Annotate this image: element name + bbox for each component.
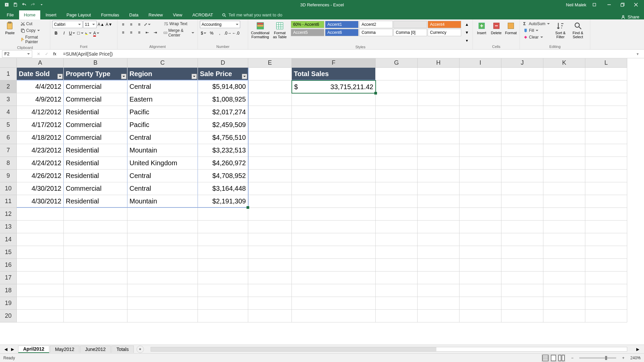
orientation-icon[interactable]: ⤢ [144,21,151,28]
filter-dropdown-icon[interactable] [57,74,63,79]
row-header-20[interactable]: 20 [0,310,17,322]
align-middle-icon[interactable]: ≡ [127,21,135,28]
row-header-10[interactable]: 10 [0,182,17,195]
cell[interactable] [127,208,198,221]
cell[interactable] [460,157,501,170]
cell[interactable] [248,272,292,284]
cell[interactable] [248,221,292,233]
cell[interactable] [460,233,501,246]
insert-function-icon[interactable]: fx [51,50,58,58]
scroll-right-icon[interactable]: ▶ [634,346,641,353]
table-header[interactable]: Date Sold [17,68,64,80]
cell[interactable] [543,93,585,106]
cell[interactable] [460,119,501,131]
shrink-font-icon[interactable]: A▼ [105,21,113,28]
cell[interactable] [127,310,198,322]
cell[interactable] [248,131,292,144]
border-icon[interactable] [76,29,84,37]
table-cell[interactable]: 4/30/2012 [17,182,64,195]
cell[interactable] [585,144,627,157]
cell[interactable] [248,233,292,246]
cell[interactable] [585,297,627,310]
horizontal-scrollbar[interactable] [151,347,627,352]
cell-style-accent4[interactable]: Accent4 [428,21,461,28]
cell[interactable] [418,246,460,259]
cell[interactable] [460,297,501,310]
cell[interactable] [501,119,543,131]
page-layout-view-icon[interactable] [550,354,557,362]
table-cell[interactable]: $3,164,448 [198,182,248,195]
table-cell[interactable]: $5,914,800 [198,80,248,93]
table-cell[interactable]: 4/12/2012 [17,106,64,119]
cell[interactable] [127,259,198,272]
cell[interactable] [376,284,418,297]
cell[interactable] [292,310,376,322]
cell[interactable] [292,106,376,119]
table-cell[interactable]: $4,708,952 [198,170,248,182]
cell[interactable] [64,246,127,259]
cell[interactable] [585,208,627,221]
cell[interactable] [17,297,64,310]
fill-color-icon[interactable] [85,29,92,37]
table-cell[interactable]: $2,191,309 [198,195,248,208]
row-header-12[interactable]: 12 [0,208,17,221]
cell[interactable] [292,93,376,106]
column-header-E[interactable]: E [248,58,292,68]
cell[interactable] [64,208,127,221]
cell[interactable] [543,182,585,195]
cell[interactable] [501,182,543,195]
cell[interactable] [248,259,292,272]
zoom-in-icon[interactable]: + [620,354,627,362]
cell[interactable] [64,221,127,233]
ribbon-options-icon[interactable] [590,1,598,9]
page-break-view-icon[interactable] [558,354,565,362]
format-as-table-button[interactable]: Format as Table [271,21,288,40]
cell[interactable] [376,195,418,208]
cell[interactable] [543,170,585,182]
cell[interactable] [248,68,292,80]
minimize-button[interactable] [602,0,616,9]
sheet-tab-june2012[interactable]: June2012 [80,346,111,353]
zoom-out-icon[interactable]: − [569,354,576,362]
filter-dropdown-icon[interactable] [242,74,247,79]
table-cell[interactable]: 4/24/2012 [17,157,64,170]
row-header-1[interactable]: 1 [0,68,17,80]
cell[interactable] [418,195,460,208]
cell[interactable] [292,259,376,272]
cell[interactable] [376,272,418,284]
cell[interactable] [543,272,585,284]
cell[interactable] [418,170,460,182]
cell[interactable] [418,93,460,106]
cancel-formula-icon[interactable]: ✕ [35,50,42,58]
cell-style-accent1[interactable]: Accent1 [325,21,359,28]
cell[interactable] [248,246,292,259]
table-cell[interactable]: United Kingdom [127,157,198,170]
cell[interactable] [501,195,543,208]
cell[interactable] [292,195,376,208]
sheet-nav-prev-icon[interactable]: ◀ [3,346,9,352]
table-cell[interactable]: Pacific [127,106,198,119]
cell[interactable] [127,233,198,246]
fill-button[interactable]: Fill [522,27,551,34]
cell[interactable] [376,80,418,93]
cell[interactable] [501,284,543,297]
table-cell[interactable]: Commercial [64,182,127,195]
sheet-tab-april2012[interactable]: April2012 [18,346,49,353]
align-left-icon[interactable]: ≡ [119,29,127,36]
cell-style-60-accent6[interactable]: 60% - Accent6 [291,21,324,28]
table-cell[interactable]: 4/17/2012 [17,119,64,131]
cell[interactable] [585,233,627,246]
row-header-14[interactable]: 14 [0,233,17,246]
cell[interactable] [64,284,127,297]
paste-button[interactable]: Paste [2,21,18,36]
cell[interactable] [460,106,501,119]
cell[interactable] [585,131,627,144]
style-gallery-down-icon[interactable]: ▼ [463,29,471,36]
column-header-H[interactable]: H [418,58,460,68]
cell[interactable] [198,310,248,322]
close-button[interactable] [629,0,643,9]
cell[interactable] [418,106,460,119]
column-header-I[interactable]: I [460,58,501,68]
cell-style-accent5[interactable]: Accent5 [291,29,324,36]
qat-customize-icon[interactable] [38,1,46,9]
